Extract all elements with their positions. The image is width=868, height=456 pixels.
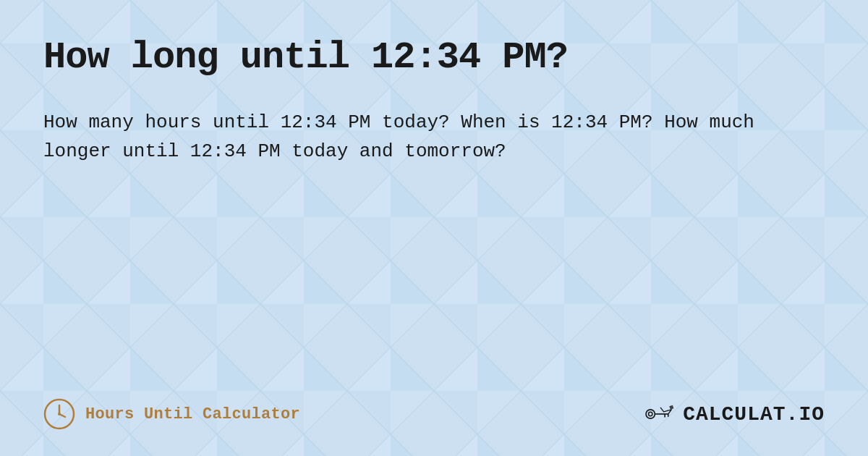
page-title: How long until 12:34 PM? (43, 36, 825, 79)
page-description: How many hours until 12:34 PM today? Whe… (43, 108, 803, 166)
main-content: How long until 12:34 PM? How many hours … (0, 0, 868, 456)
